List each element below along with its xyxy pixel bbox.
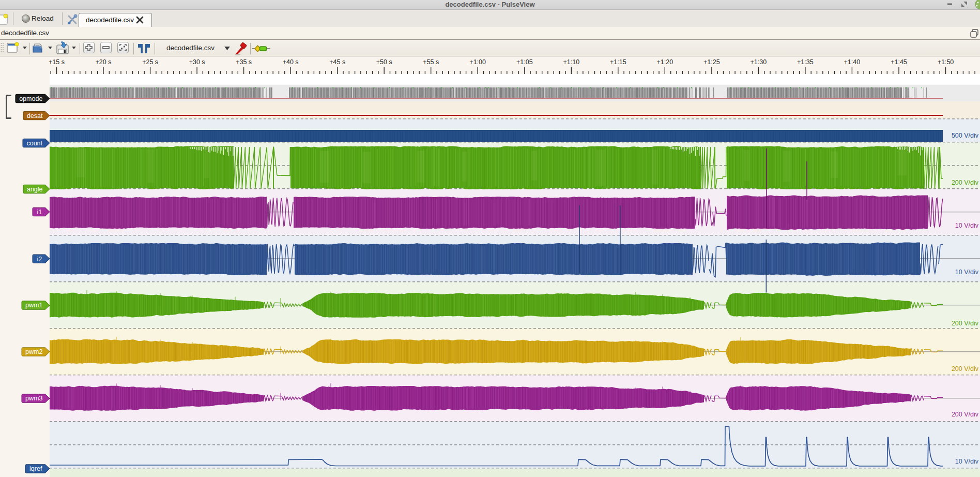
svg-text:500 V/div: 500 V/div [952, 132, 979, 139]
svg-text:angle: angle [27, 186, 43, 193]
svg-text:200 V/div: 200 V/div [952, 320, 979, 327]
svg-text:pwm2: pwm2 [25, 348, 42, 355]
svg-text:i2: i2 [37, 256, 42, 263]
svg-text:200 V/div: 200 V/div [952, 365, 979, 372]
svg-text:200 V/div: 200 V/div [952, 179, 979, 186]
svg-text:pwm3: pwm3 [25, 395, 42, 402]
svg-text:200 V/div: 200 V/div [952, 411, 979, 418]
svg-text:10 V/div: 10 V/div [955, 458, 979, 465]
svg-text:10 V/div: 10 V/div [955, 222, 979, 229]
svg-text:opmode: opmode [19, 95, 42, 102]
svg-text:count: count [26, 140, 42, 147]
svg-text:i1: i1 [37, 208, 42, 216]
svg-text:10 V/div: 10 V/div [955, 269, 979, 276]
svg-text:iqref: iqref [29, 465, 42, 472]
svg-text:pwm1: pwm1 [25, 302, 42, 309]
svg-text:desat: desat [27, 112, 43, 120]
